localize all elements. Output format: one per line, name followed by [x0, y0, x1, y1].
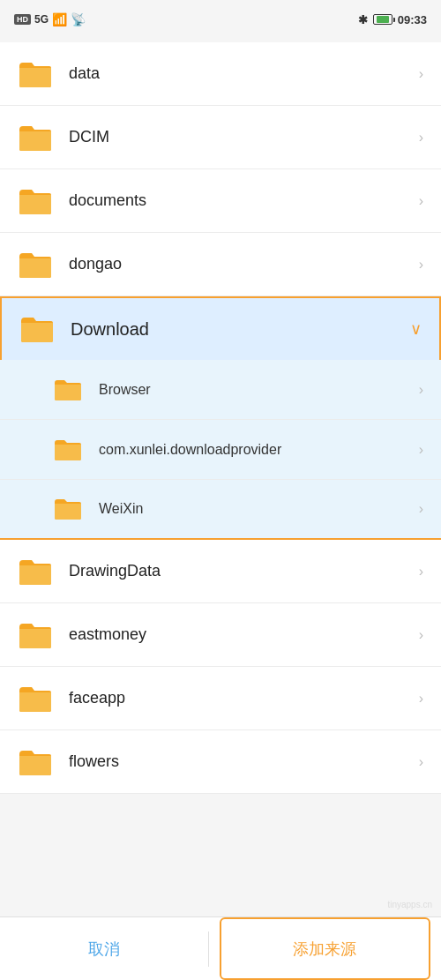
- folder-icon: [18, 620, 53, 650]
- folder-icon: [18, 123, 53, 153]
- folder-name: documents: [69, 191, 419, 210]
- folder-icon: [18, 250, 53, 280]
- folder-icon: [53, 497, 83, 521]
- bottom-bar: 取消 添加来源: [0, 916, 441, 980]
- signal-bars-icon: 📶: [52, 12, 67, 26]
- folder-name: Download: [71, 319, 410, 340]
- folder-icon: [18, 557, 53, 587]
- cancel-button[interactable]: 取消: [0, 917, 208, 980]
- chevron-right-icon: ›: [419, 754, 423, 770]
- chevron-right-icon: ›: [419, 66, 423, 82]
- list-item[interactable]: data ›: [0, 42, 441, 106]
- divider: [208, 931, 209, 967]
- list-item[interactable]: Browser ›: [0, 360, 441, 420]
- folder-name: DCIM: [69, 128, 419, 146]
- list-item[interactable]: dongao ›: [0, 233, 441, 296]
- folder-name: DrawingData: [69, 562, 419, 580]
- chevron-right-icon: ›: [419, 193, 423, 209]
- folder-name: WeiXin: [99, 501, 419, 517]
- list-item[interactable]: flowers ›: [0, 730, 441, 794]
- chevron-right-icon: ›: [419, 627, 423, 643]
- confirm-button[interactable]: 添加来源: [220, 917, 431, 980]
- chevron-right-icon: ›: [419, 382, 423, 398]
- status-bar: HD 5G 📶 📡 ✱ 09:33: [0, 0, 441, 39]
- folder-name: dongao: [69, 255, 419, 273]
- list-item[interactable]: DrawingData ›: [0, 540, 441, 603]
- chevron-right-icon: ›: [419, 501, 423, 517]
- folder-icon: [53, 378, 83, 402]
- chevron-down-icon: ∨: [410, 319, 422, 339]
- status-right: ✱ 09:33: [358, 13, 427, 26]
- folder-name: com.xunlei.downloadprovider: [99, 442, 419, 458]
- list-item[interactable]: eastmoney ›: [0, 603, 441, 667]
- folder-name: data: [69, 64, 419, 83]
- hd-badge: HD: [14, 14, 31, 25]
- signal-text: 5G: [34, 13, 49, 26]
- list-item-download[interactable]: Download ∨: [0, 296, 441, 360]
- status-left: HD 5G 📶 📡: [14, 12, 86, 26]
- battery-icon: [373, 14, 392, 25]
- watermark: tinyapps.cn: [387, 900, 432, 909]
- chevron-right-icon: ›: [419, 691, 423, 707]
- file-list: data › DCIM › documents ›: [0, 42, 441, 794]
- list-item[interactable]: faceapp ›: [0, 667, 441, 730]
- chevron-right-icon: ›: [419, 257, 423, 273]
- bluetooth-icon: ✱: [358, 13, 368, 26]
- list-item[interactable]: com.xunlei.downloadprovider ›: [0, 420, 441, 480]
- time-display: 09:33: [398, 13, 427, 26]
- folder-icon: [18, 59, 53, 89]
- folder-icon: [18, 747, 53, 777]
- folder-icon: [19, 314, 55, 344]
- chevron-right-icon: ›: [419, 564, 423, 580]
- folder-name: Browser: [99, 382, 419, 398]
- folder-icon: [18, 684, 53, 714]
- list-item[interactable]: DCIM ›: [0, 106, 441, 169]
- folder-name: faceapp: [69, 689, 419, 707]
- folder-name: eastmoney: [69, 625, 419, 644]
- chevron-right-icon: ›: [419, 442, 423, 458]
- folder-icon: [18, 186, 53, 216]
- folder-icon: [53, 438, 83, 462]
- list-item[interactable]: documents ›: [0, 169, 441, 233]
- chevron-right-icon: ›: [419, 130, 423, 146]
- list-item[interactable]: WeiXin ›: [0, 480, 441, 540]
- wifi-icon: 📡: [71, 12, 86, 26]
- folder-name: flowers: [69, 752, 419, 771]
